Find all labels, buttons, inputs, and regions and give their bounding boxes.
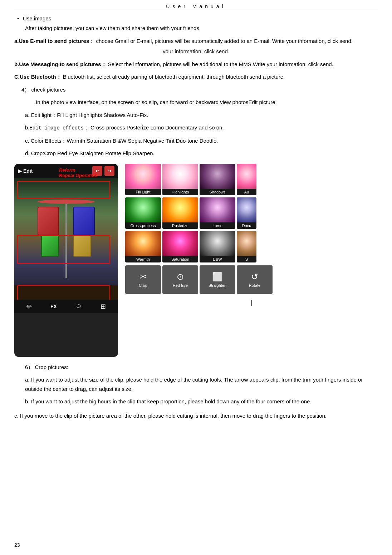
- warmth-label: Warmth: [125, 256, 161, 262]
- shadows-label: Shadows: [200, 189, 235, 195]
- phone-screen: ▶ Edit ↩ ↪: [14, 164, 118, 313]
- effects-row-1: Fill Light Highlights Shadows Au: [125, 164, 378, 195]
- rotate-icon: ↺: [251, 272, 258, 282]
- cross-process-img: [125, 197, 161, 222]
- effects-row-3: Warmth Saturation B&W S: [125, 231, 378, 262]
- fx-icon[interactable]: FX: [50, 304, 57, 309]
- lomo-label: Lomo: [200, 222, 235, 229]
- bw-label: B&W: [200, 256, 235, 262]
- para-email: a.Use E-mail to send pictures： choose Gm…: [14, 36, 378, 46]
- phone-bottom-bar: ✏ FX ☺ ⊞: [14, 300, 118, 313]
- documentary-img: [237, 197, 256, 222]
- cross-process-label: Cross-process: [125, 222, 161, 229]
- shadows-img: [200, 164, 235, 189]
- header: User Manual: [14, 4, 378, 11]
- page-number: 23: [14, 542, 20, 548]
- step4-header: 4） check pictures: [21, 85, 378, 94]
- straighten-cell[interactable]: ⬜ Straighten: [200, 265, 235, 294]
- highlights-img: [162, 164, 198, 189]
- red-eye-label: Red Eye: [173, 283, 188, 288]
- sepia-label: S: [237, 256, 256, 262]
- rotate-cell[interactable]: ↺ Rotate: [237, 265, 273, 294]
- sepia-img: [237, 231, 256, 256]
- phone-mockup: ▶ Edit ↩ ↪: [14, 164, 118, 357]
- cursor: |: [125, 299, 378, 306]
- straighten-icon: ⬜: [212, 272, 223, 282]
- step6-header: 6） Crop pictures:: [25, 363, 378, 372]
- para-bluetooth: C.Use Bluetooth： Bluetooth list, select …: [14, 72, 378, 82]
- documentary-cell[interactable]: Docu: [237, 197, 256, 229]
- rotate-label: Rotate: [249, 283, 260, 288]
- face-icon[interactable]: ☺: [75, 303, 82, 310]
- step4c: c. Color Effects：Warmth Saturation B &W …: [25, 136, 378, 146]
- right-panels: Reform Repeal Operation Fill Light Highl…: [125, 164, 378, 309]
- share-icon[interactable]: ⊞: [101, 303, 106, 310]
- step6b: b. If you want to adjust the big hours i…: [25, 397, 378, 406]
- posterize-img: [162, 197, 198, 222]
- bullet-use-images: Use images: [14, 15, 378, 21]
- highlights-label: Highlights: [162, 189, 198, 195]
- step6a: a. If you want to adjust the size of the…: [25, 375, 378, 393]
- warmth-img: [125, 231, 161, 256]
- red-eye-icon: ⊙: [177, 272, 184, 282]
- effects-row-2: Cross-process Posterize Lomo Docu: [125, 197, 378, 229]
- annotation-area: Reform Repeal Operation: [59, 167, 98, 178]
- crop-label: Crop: [139, 283, 147, 288]
- straighten-label: Straighten: [209, 283, 226, 288]
- crop-icon: ✂: [139, 272, 147, 282]
- lomo-cell[interactable]: Lomo: [200, 197, 235, 229]
- bw-cell[interactable]: B&W: [200, 231, 235, 262]
- warmth-cell[interactable]: Warmth: [125, 231, 161, 262]
- posterize-cell[interactable]: Posterize: [162, 197, 198, 229]
- sepia-cell[interactable]: S: [237, 231, 256, 262]
- saturation-label: Saturation: [162, 256, 198, 262]
- phone-image-area: [14, 178, 118, 300]
- image-section: ▶ Edit ↩ ↪: [14, 164, 378, 357]
- highlights-cell[interactable]: Highlights: [162, 164, 198, 195]
- posterize-label: Posterize: [162, 222, 198, 229]
- edit-bottom-icon[interactable]: ✏: [26, 303, 32, 310]
- annotation-repeal: Repeal Operation: [59, 173, 98, 178]
- step6c: c. If you move to the clip of the pictur…: [14, 411, 378, 421]
- cross-process-cell[interactable]: Cross-process: [125, 197, 161, 229]
- lomo-img: [200, 197, 235, 222]
- fill-light-label: Fill Light: [125, 189, 161, 195]
- fill-light-img: [125, 164, 161, 189]
- edit-label: ▶ Edit: [18, 168, 33, 174]
- step6-section: 6） Crop pictures: a. If you want to adju…: [14, 363, 378, 421]
- step4b: b.Edit image effects： Cross-process Post…: [25, 123, 378, 133]
- redo-icon[interactable]: ↪: [104, 166, 114, 176]
- crop-row: ✂ Crop ⊙ Red Eye ⬜ Straighten ↺ Rotate: [125, 265, 378, 294]
- fill-light-cell[interactable]: Fill Light: [125, 164, 161, 195]
- autofix-img: [237, 164, 256, 189]
- red-eye-cell[interactable]: ⊙ Red Eye: [162, 265, 198, 294]
- saturation-img: [162, 231, 198, 256]
- step4a: a. Edit light：Fill Light Highlights Shad…: [25, 110, 378, 120]
- para-email-center: your information, click send.: [14, 47, 378, 56]
- crop-cell[interactable]: ✂ Crop: [125, 265, 161, 294]
- shadows-cell[interactable]: Shadows: [200, 164, 235, 195]
- documentary-label: Docu: [237, 222, 256, 229]
- para-after-taking: After taking pictures, you can view them…: [25, 24, 378, 33]
- autofix-cell[interactable]: Au: [237, 164, 256, 195]
- autofix-label: Au: [237, 189, 256, 195]
- para-messaging: b.Use Messaging to send pictures： Select…: [14, 60, 378, 69]
- step4-text: In the photo view interface, on the scre…: [36, 98, 378, 107]
- bw-img: [200, 231, 235, 256]
- annotation-reform: Reform: [59, 167, 98, 173]
- saturation-cell[interactable]: Saturation: [162, 231, 198, 262]
- step4d: d. Crop:Crop Red Eye Straighten Rotate F…: [25, 149, 378, 158]
